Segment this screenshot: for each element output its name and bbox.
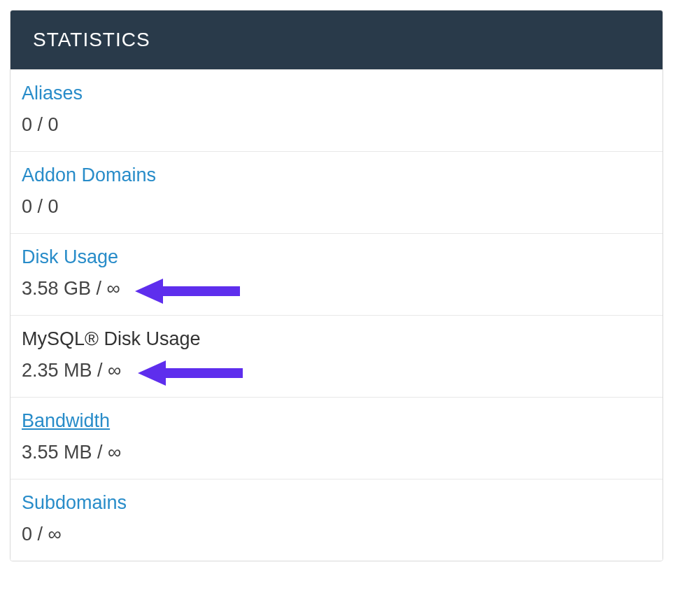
arrow-left-icon bbox=[135, 277, 247, 305]
stat-aliases: Aliases 0 / 0 bbox=[10, 69, 663, 151]
svg-marker-0 bbox=[135, 279, 240, 304]
aliases-value: 0 / 0 bbox=[22, 114, 59, 136]
addon-domains-value: 0 / 0 bbox=[22, 196, 59, 218]
svg-marker-1 bbox=[138, 360, 243, 386]
arrow-left-icon bbox=[138, 359, 250, 387]
bandwidth-link[interactable]: Bandwidth bbox=[22, 410, 110, 432]
disk-usage-value: 3.58 GB / ∞ bbox=[22, 278, 120, 300]
mysql-disk-usage-value: 2.35 MB / ∞ bbox=[22, 360, 121, 382]
addon-domains-link[interactable]: Addon Domains bbox=[22, 164, 156, 186]
stat-mysql-disk-usage: MySQL® Disk Usage 2.35 MB / ∞ bbox=[10, 315, 663, 397]
disk-usage-link[interactable]: Disk Usage bbox=[22, 246, 118, 268]
aliases-link[interactable]: Aliases bbox=[22, 83, 83, 104]
subdomains-value: 0 / ∞ bbox=[22, 524, 62, 545]
stat-subdomains: Subdomains 0 / ∞ bbox=[10, 479, 663, 561]
subdomains-link[interactable]: Subdomains bbox=[22, 492, 127, 514]
mysql-disk-usage-label: MySQL® Disk Usage bbox=[22, 328, 200, 350]
stat-disk-usage: Disk Usage 3.58 GB / ∞ bbox=[10, 233, 663, 315]
stat-addon-domains: Addon Domains 0 / 0 bbox=[10, 151, 663, 233]
panel-title: STATISTICS bbox=[10, 10, 663, 69]
stat-bandwidth: Bandwidth 3.55 MB / ∞ bbox=[10, 397, 663, 479]
statistics-panel: STATISTICS Aliases 0 / 0 Addon Domains 0… bbox=[10, 10, 663, 561]
bandwidth-value: 3.55 MB / ∞ bbox=[22, 442, 121, 463]
